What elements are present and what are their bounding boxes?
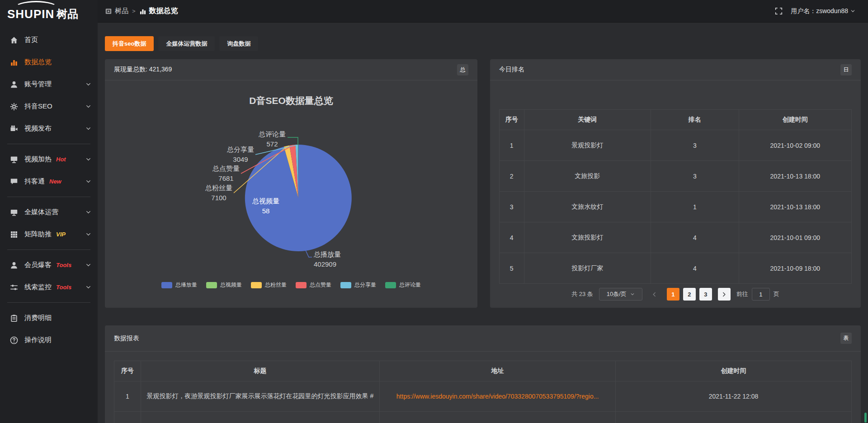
table-row: 2文旅投影32021-10-13 18:00 — [500, 161, 852, 192]
app-icon — [105, 8, 112, 15]
sidebar-item-account-manage[interactable]: 账号管理 — [0, 73, 98, 95]
monitor-icon — [10, 208, 18, 216]
sidebar-item-member-baoke[interactable]: 会员爆客Tools — [0, 254, 98, 276]
sidebar-item-badge: Tools — [56, 284, 71, 291]
legend-item[interactable]: 总分享量 — [340, 281, 376, 289]
sidebar-item-video-heat[interactable]: 视频加热Hot — [0, 148, 98, 170]
column-header: 标题 — [141, 361, 379, 381]
sidebar-item-home[interactable]: 首页 — [0, 29, 98, 51]
app-logo[interactable]: SHUPIN 树品 — [0, 0, 98, 28]
column-header: 创建时间 — [616, 361, 852, 381]
chevron-left-icon — [651, 291, 657, 297]
user-menu[interactable]: 用户名：zswodun88 — [791, 7, 855, 15]
cell: 2021-10-13 18:00 — [739, 192, 851, 222]
sidebar-item-matrix-boost[interactable]: 矩阵助推VIP — [0, 223, 98, 245]
sidebar-item-douketong[interactable]: 抖客通New — [0, 170, 98, 193]
sidebar-divider — [7, 144, 90, 144]
pie-chart-svg: D音SEO数据量总览总播放量402909总视频量58总粉丝量7100总点赞量76… — [105, 80, 477, 275]
table-row: 3文旅水纹灯12021-10-13 18:00 — [500, 192, 852, 222]
legend-item[interactable]: 总粉丝量 — [251, 281, 287, 289]
sidebar-item-label: 视频加热 — [24, 155, 52, 164]
report-table: 序号标题地址创建时间 1景观投影灯，夜游景观投影灯厂家展示展示落花灯在花园里的灯… — [114, 361, 852, 423]
cell-time — [616, 412, 852, 423]
tab-inquiry-data[interactable]: 询盘数据 — [219, 36, 258, 51]
tab-douyin-seo-data[interactable]: 抖音seo数据 — [105, 36, 154, 51]
tab-media-ops-data[interactable]: 全媒体运营数据 — [158, 36, 215, 51]
legend-label: 总评论量 — [399, 281, 421, 289]
clipboard-icon — [10, 314, 18, 322]
chart-icon — [10, 58, 18, 66]
pie-label-value: 58 — [262, 207, 270, 215]
report-panel-title: 数据报表 — [114, 334, 139, 343]
table-row: 4文旅投影灯42021-10-01 09:00 — [500, 222, 852, 253]
legend-item[interactable]: 总播放量 — [161, 281, 197, 289]
cell: 3 — [500, 192, 524, 222]
report-panel-header: 数据报表 表 — [105, 325, 861, 352]
page-size-select[interactable]: 10条/页 — [599, 288, 642, 301]
goto-page-input[interactable] — [752, 288, 770, 301]
ranking-table-header-row: 序号关键词排名创建时间 — [500, 110, 852, 130]
breadcrumb-separator: > — [132, 8, 136, 14]
fullscreen-icon[interactable] — [775, 7, 783, 15]
chevron-down-icon — [85, 179, 91, 184]
sidebar-item-clue-monitor[interactable]: 线索监控Tools — [0, 276, 98, 298]
cell: 1 — [500, 130, 524, 161]
pie-label-name: 总评论量 — [258, 130, 286, 138]
cell: 2021-10-09 18:00 — [739, 253, 851, 284]
sidebar-divider — [7, 249, 90, 250]
legend-label: 总视频量 — [220, 281, 242, 289]
cell: 2021-10-13 18:00 — [739, 161, 851, 192]
question-icon — [10, 336, 18, 344]
breadcrumb-item-shupin[interactable]: 树品 — [105, 7, 128, 15]
legend-item[interactable]: 总视频量 — [206, 281, 242, 289]
logo-text-cn: 树品 — [57, 7, 78, 21]
pie-label-value: 7100 — [211, 194, 226, 202]
sidebar-item-consume-detail[interactable]: 消费明细 — [0, 307, 98, 329]
day-badge-button[interactable]: 日 — [840, 64, 852, 75]
chevron-down-icon — [85, 103, 91, 109]
breadcrumb-item-data-overview[interactable]: 数据总览 — [139, 6, 178, 16]
video-icon — [10, 125, 18, 133]
sidebar-item-video-publish[interactable]: 视频发布 — [0, 118, 98, 140]
column-header: 序号 — [114, 361, 141, 381]
goto-page-group: 前往 页 — [736, 288, 779, 301]
grid-icon — [10, 230, 18, 239]
table-badge-button[interactable]: 表 — [840, 333, 852, 344]
legend-item[interactable]: 总评论量 — [385, 281, 421, 289]
cell: 3 — [651, 161, 739, 192]
sidebar-item-label: 线索监控 — [24, 283, 52, 291]
legend-label: 总播放量 — [175, 281, 197, 289]
legend-item[interactable]: 总点赞量 — [296, 281, 331, 289]
column-header: 排名 — [651, 110, 739, 130]
chevron-down-icon — [630, 292, 635, 296]
report-table-body: 1景观投影灯，夜游景观投影灯厂家展示展示落花灯在花园里的灯光投影应用效果 #ht… — [114, 381, 852, 423]
video-link[interactable]: https://www.iesdouyin.com/share/video/70… — [396, 393, 599, 400]
sidebar-item-label: 抖客通 — [24, 177, 45, 186]
goto-label: 前往 — [736, 290, 748, 298]
page-button-1[interactable]: 1 — [667, 288, 679, 301]
sidebar-item-help[interactable]: 操作说明 — [0, 329, 98, 351]
legend-label: 总分享量 — [354, 281, 376, 289]
sliders-icon — [10, 283, 18, 291]
cell: 文旅投影 — [524, 161, 651, 192]
cell: 5 — [500, 253, 524, 284]
table-row — [114, 412, 852, 423]
legend-label: 总粉丝量 — [265, 281, 287, 289]
cell: 文旅投影灯 — [524, 222, 651, 253]
sidebar-item-media-ops[interactable]: 全媒体运营 — [0, 201, 98, 223]
total-badge-button[interactable]: 总 — [457, 64, 468, 75]
page-button-2[interactable]: 2 — [683, 288, 696, 301]
prev-page-button[interactable] — [648, 288, 661, 301]
sidebar-item-badge: New — [49, 178, 61, 185]
ranking-panel-title: 今日排名 — [499, 66, 524, 74]
page-button-3[interactable]: 3 — [699, 288, 712, 301]
sidebar-item-douyin-seo[interactable]: 抖音SEO — [0, 95, 98, 118]
sidebar-item-data-overview[interactable]: 数据总览 — [0, 51, 98, 73]
next-page-button[interactable] — [718, 288, 731, 301]
cell: 2021-10-01 09:00 — [739, 222, 851, 253]
column-header: 地址 — [380, 361, 616, 381]
ranking-table: 序号关键词排名创建时间 1景观投影灯32021-10-02 09:002文旅投影… — [499, 109, 852, 284]
top-panels-row: 展现量总数: 421,369 总 D音SEO数据量总览总播放量402909总视频… — [105, 59, 861, 308]
ranking-panel-header: 今日排名 日 — [490, 59, 861, 80]
scrollbar-thumb[interactable] — [864, 413, 867, 423]
